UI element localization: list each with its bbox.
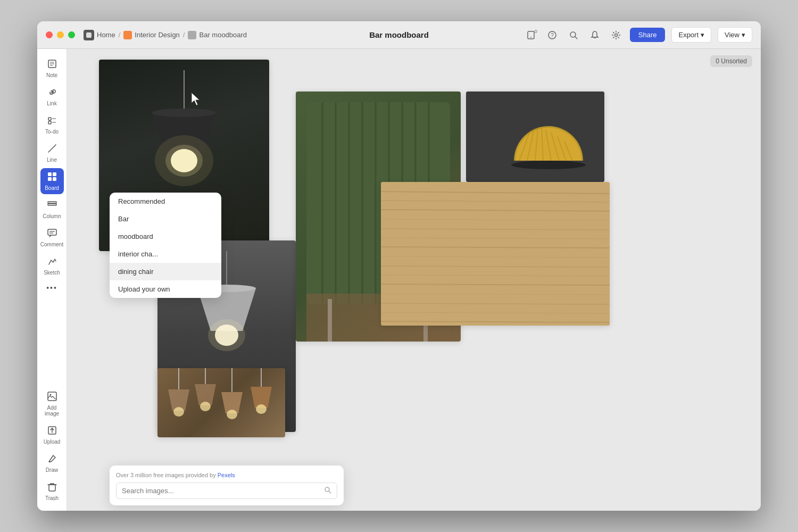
close-button[interactable] (46, 31, 53, 38)
sidebar-item-comment[interactable]: Comment (40, 225, 64, 251)
help-icon[interactable]: ? (545, 28, 560, 43)
search-input-row (116, 483, 337, 499)
breadcrumb-sep-2: / (183, 31, 185, 39)
svg-line-89 (329, 492, 331, 494)
svg-rect-19 (53, 172, 56, 176)
sidebar-item-sketch[interactable]: Sketch (40, 253, 64, 279)
svg-line-17 (48, 145, 56, 152)
link-label: Link (47, 101, 56, 106)
sidebar-item-link[interactable]: Link (40, 84, 64, 110)
svg-point-28 (49, 394, 51, 396)
svg-point-33 (152, 109, 216, 117)
note-label: Note (46, 72, 57, 78)
svg-rect-13 (48, 118, 51, 120)
svg-point-44 (200, 402, 211, 411)
svg-point-42 (173, 407, 184, 417)
todo-icon (47, 115, 57, 127)
svg-point-2 (530, 37, 531, 38)
traffic-lights (46, 31, 75, 38)
trash-label: Trash (45, 495, 59, 501)
title-bar: Home / Interior Design / Bar moodboard B… (37, 21, 761, 49)
page-title: Bar moodboard (369, 30, 429, 39)
comment-label: Comment (40, 242, 63, 247)
line-icon (47, 143, 57, 155)
sidebar-item-more[interactable]: ••• (40, 281, 64, 295)
minimize-button[interactable] (57, 31, 64, 38)
view-label: View (725, 31, 739, 39)
dropdown-item-dining-chair[interactable]: dining chair (110, 263, 221, 280)
title-bar-actions: 0 ? Share Export ▾ View ▾ (523, 27, 752, 43)
breadcrumb-bar-moodboard[interactable]: Bar moodboard (188, 31, 247, 39)
svg-point-8 (614, 34, 617, 36)
link-icon (47, 87, 57, 99)
draw-label: Draw (46, 467, 58, 473)
sidebar-item-todo[interactable]: To-do (40, 112, 64, 138)
search-panel: Over 3 million free images provided by P… (110, 466, 344, 505)
dropdown-item-bar[interactable]: Bar (110, 210, 221, 228)
svg-rect-21 (53, 177, 56, 181)
todo-label: To-do (45, 129, 59, 135)
image-gold-object[interactable] (466, 92, 604, 182)
device-icon[interactable]: 0 (523, 28, 538, 43)
main-content: Note Link To-do Line (37, 49, 761, 511)
svg-rect-22 (48, 204, 56, 205)
dropdown-item-upload-own[interactable]: Upload your own (110, 280, 221, 298)
export-label: Export (678, 31, 699, 39)
sidebar-item-trash[interactable]: Trash (40, 478, 64, 504)
add-image-label: Add image (43, 405, 62, 417)
svg-point-40 (208, 319, 245, 351)
draw-icon (47, 453, 57, 466)
sidebar-item-column[interactable]: Column (40, 196, 64, 222)
dropdown-item-moodboard[interactable]: moodboard (110, 228, 221, 245)
device-badge: 0 (535, 29, 537, 34)
sidebar-item-upload[interactable]: Upload (40, 422, 64, 448)
wood-svg (381, 182, 610, 326)
svg-point-71 (511, 161, 586, 169)
sidebar-item-add-image[interactable]: Add image (40, 388, 64, 420)
column-icon (47, 200, 57, 212)
breadcrumb-interior-design-label: Interior Design (135, 31, 180, 39)
export-arrow: ▾ (701, 31, 704, 39)
breadcrumb-interior-design[interactable]: Interior Design (123, 31, 180, 39)
sidebar-item-note[interactable]: Note (40, 55, 64, 81)
settings-icon[interactable] (609, 28, 624, 43)
image-wood[interactable] (381, 182, 610, 326)
export-button[interactable]: Export ▾ (671, 27, 711, 43)
hanging-lamps-svg (157, 368, 285, 437)
sidebar-item-line[interactable]: Line (40, 140, 64, 166)
image-hanging-lamps[interactable] (157, 368, 285, 437)
view-button[interactable]: View ▾ (718, 27, 752, 43)
sidebar-item-draw[interactable]: Draw (40, 450, 64, 476)
maximize-button[interactable] (68, 31, 75, 38)
search-icon[interactable] (566, 28, 581, 43)
sketch-icon (47, 256, 57, 268)
notifications-icon[interactable] (587, 28, 602, 43)
note-icon (47, 59, 57, 71)
svg-point-36 (155, 135, 213, 186)
comment-icon (47, 228, 57, 240)
canvas-area[interactable]: 0 Unsorted (67, 49, 761, 511)
bar-moodboard-icon (188, 31, 196, 39)
share-button[interactable]: Share (630, 28, 666, 42)
board-icon (47, 171, 57, 184)
unsorted-badge: 0 Unsorted (710, 55, 752, 67)
dropdown-item-recommended[interactable]: Recommended (110, 193, 221, 210)
svg-rect-18 (48, 172, 52, 176)
more-icon: ••• (46, 284, 57, 292)
svg-rect-15 (48, 121, 51, 124)
svg-point-88 (325, 487, 329, 492)
upload-label: Upload (44, 439, 61, 445)
home-icon (84, 30, 94, 40)
sidebar-item-board[interactable]: Board (40, 168, 64, 194)
line-label: Line (47, 157, 57, 163)
pexels-attribution: Over 3 million free images provided by P… (116, 472, 337, 478)
pexels-link[interactable]: Pexels (218, 472, 235, 478)
dropdown-panel: Recommended Bar moodboard interior cha..… (110, 193, 221, 298)
search-input[interactable] (122, 487, 321, 495)
breadcrumb-bar-moodboard-label: Bar moodboard (199, 31, 247, 39)
breadcrumb-home[interactable]: Home (84, 30, 115, 40)
gold-svg (466, 92, 604, 182)
svg-line-6 (575, 37, 577, 39)
dropdown-item-interior-chair[interactable]: interior cha... (110, 245, 221, 263)
svg-point-46 (227, 410, 237, 419)
